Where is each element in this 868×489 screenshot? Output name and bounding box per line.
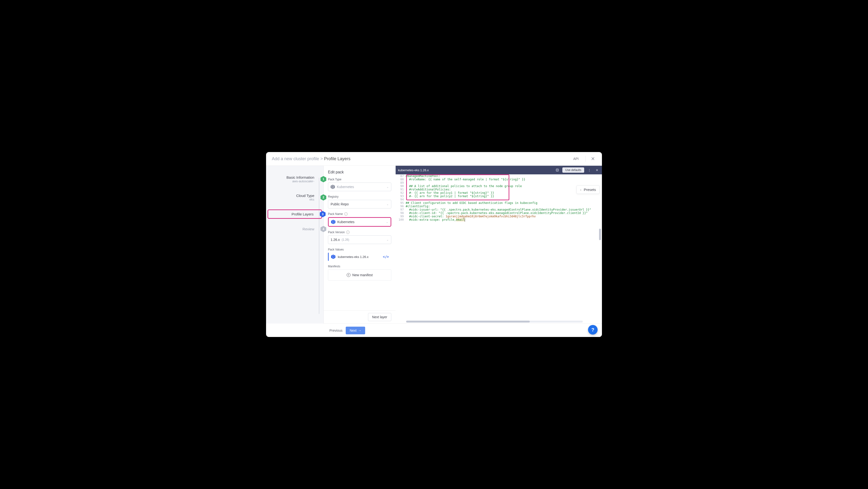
- pack-version-sub: (1.26): [342, 238, 349, 241]
- step-title: Basic Information: [269, 175, 314, 179]
- step-subtitle: aws-autoscaler-: [269, 179, 314, 183]
- field-pack-name: Pack Name i Kubernetes ⌄: [328, 212, 391, 227]
- pack-version-select[interactable]: 1.26.x (1.26) ⌄: [328, 235, 391, 244]
- line-content: #oidc-client-secret: 1gsranjjmdgahm10j8r…: [406, 215, 602, 218]
- use-defaults-button[interactable]: Use defaults: [562, 167, 584, 173]
- line-content: ## A list of additional policies to atta…: [406, 184, 602, 188]
- step-title: Review: [269, 227, 314, 231]
- edit-pack-body: Edit pack Pack Type Kubernetes ⌄ Registr…: [323, 166, 396, 310]
- code-line[interactable]: 99 #oidc-client-secret: 1gsranjjmdgahm10…: [396, 215, 602, 218]
- step-profile-layers[interactable]: Profile Layers 3: [268, 209, 322, 219]
- next-button[interactable]: Next →: [346, 327, 365, 334]
- line-number: 100: [396, 218, 406, 222]
- step-review[interactable]: Review 4: [266, 225, 323, 233]
- field-pack-type: Pack Type Kubernetes ⌄: [328, 178, 391, 191]
- line-number: 89: [396, 181, 406, 184]
- code-editor[interactable]: 87#managedMachinePool:88 #roleName: {{ n…: [396, 174, 602, 323]
- kubernetes-icon: [331, 220, 335, 224]
- vertical-scrollbar-thumb[interactable]: [599, 229, 601, 240]
- line-content: #roleName: {{ name of the self-managed r…: [406, 178, 602, 181]
- chevron-down-icon: ⌄: [386, 185, 389, 189]
- divider: [585, 156, 586, 162]
- code-line[interactable]: 97 #oidc-issuer-url: "{{ .spectro.pack.k…: [396, 208, 602, 211]
- step-cloud-type[interactable]: Cloud Type eks 2: [266, 191, 323, 204]
- next-label: Next: [349, 328, 356, 333]
- info-icon[interactable]: i: [346, 231, 349, 234]
- code-icon[interactable]: </>: [383, 255, 389, 259]
- registry-value: Public Repo: [331, 202, 349, 206]
- code-wrap: 87#managedMachinePool:88 #roleName: {{ n…: [396, 174, 602, 323]
- editor-close-icon[interactable]: ✕: [594, 167, 599, 173]
- line-content: #- {{ arn for the policy1 | format "${st…: [406, 191, 602, 195]
- arrow-right-icon: →: [358, 328, 361, 333]
- edit-pack-panel: Edit pack Pack Type Kubernetes ⌄ Registr…: [323, 166, 396, 323]
- presets-button[interactable]: ‹ Presets: [577, 185, 599, 194]
- breadcrumb-parent[interactable]: Add a new cluster profile: [272, 156, 319, 161]
- pack-values-item[interactable]: kubernetes-eks 1.26.x </>: [328, 253, 391, 261]
- line-content: [406, 181, 602, 184]
- line-content: #oidc-issuer-url: "{{ .spectro.pack.kube…: [406, 208, 602, 211]
- line-number: 97: [396, 208, 406, 211]
- pack-type-select[interactable]: Kubernetes ⌄: [328, 182, 391, 191]
- step-basic-information[interactable]: Basic Information aws-autoscaler- 1: [266, 173, 323, 185]
- more-icon[interactable]: ⋮: [587, 167, 592, 173]
- line-number: 99: [396, 215, 406, 218]
- panel-title: Edit pack: [328, 170, 391, 174]
- field-pack-version: Pack Version i 1.26.x (1.26) ⌄: [328, 231, 391, 244]
- help-fab[interactable]: ?: [588, 325, 598, 335]
- editor-title: kubernetes-eks 1.26.x: [398, 168, 552, 172]
- footer-bar: Previous Next → ?: [323, 323, 602, 337]
- line-content: #- {{ arn for the policy2 | format "${st…: [406, 195, 602, 198]
- previous-button[interactable]: Previous: [330, 328, 342, 333]
- breadcrumb-sep: >: [320, 156, 323, 161]
- line-content: #oidc-client-id: "{{ .spectro.pack.kuber…: [406, 211, 602, 215]
- close-icon[interactable]: ✕: [589, 155, 596, 162]
- label: Pack Values: [328, 248, 391, 251]
- info-icon[interactable]: i: [344, 212, 348, 216]
- new-manifest-label: New manifest: [352, 273, 373, 277]
- code-line[interactable]: 96#clientConfig:: [396, 205, 602, 208]
- new-manifest-button[interactable]: + New manifest: [328, 269, 391, 281]
- pack-type-value: Kubernetes: [337, 185, 354, 189]
- label: Registry: [328, 195, 391, 198]
- pack-name-select[interactable]: Kubernetes ⌄: [328, 217, 391, 227]
- code-line[interactable]: 94: [396, 198, 602, 201]
- body: Basic Information aws-autoscaler- 1 Clou…: [266, 166, 602, 323]
- vertical-scroll-track[interactable]: [599, 176, 601, 322]
- code-line[interactable]: 87#managedMachinePool:: [396, 174, 602, 178]
- code-line[interactable]: 100 #oidc-extra-scope: profile,email: [396, 218, 602, 222]
- breadcrumb: Add a new cluster profile > Profile Laye…: [272, 156, 573, 162]
- registry-select[interactable]: Public Repo ⌄: [328, 200, 391, 208]
- code-line[interactable]: 92 #- {{ arn for the policy1 | format "$…: [396, 191, 602, 195]
- plus-icon: +: [347, 273, 350, 277]
- code-line[interactable]: 90 ## A list of additional policies to a…: [396, 184, 602, 188]
- pack-version-value: 1.26.x: [331, 238, 340, 241]
- label: Manifests: [328, 265, 391, 268]
- line-content: #clientConfig:: [406, 205, 602, 208]
- line-number: 91: [396, 188, 406, 191]
- svg-rect-0: [556, 169, 559, 171]
- code-line[interactable]: 91 #roleAdditionalPolicies:: [396, 188, 602, 191]
- label: Pack Version i: [328, 231, 391, 234]
- scrollbar-thumb[interactable]: [406, 321, 530, 322]
- line-number: 87: [396, 174, 406, 178]
- step-title: Profile Layers: [271, 212, 314, 216]
- line-number: 96: [396, 205, 406, 208]
- api-link[interactable]: API: [573, 157, 579, 161]
- expand-icon[interactable]: [555, 167, 560, 173]
- label: Pack Type: [328, 178, 391, 181]
- line-number: 93: [396, 195, 406, 198]
- label-text: Pack Version: [328, 231, 345, 234]
- horizontal-scrollbar[interactable]: [406, 321, 583, 322]
- step-subtitle: eks: [269, 198, 314, 201]
- kubernetes-icon: [331, 185, 335, 189]
- code-line[interactable]: 88 #roleName: {{ name of the self-manage…: [396, 178, 602, 181]
- code-line[interactable]: 93 #- {{ arn for the policy2 | format "$…: [396, 195, 602, 198]
- code-line[interactable]: 89: [396, 181, 602, 184]
- label-text: Pack Name: [328, 212, 343, 216]
- line-number: 90: [396, 184, 406, 188]
- code-line[interactable]: 98 #oidc-client-id: "{{ .spectro.pack.ku…: [396, 211, 602, 215]
- next-layer-button[interactable]: Next layer: [368, 313, 391, 321]
- code-line[interactable]: 95## Client configuration to add OIDC ba…: [396, 201, 602, 205]
- field-registry: Registry Public Repo ⌄: [328, 195, 391, 208]
